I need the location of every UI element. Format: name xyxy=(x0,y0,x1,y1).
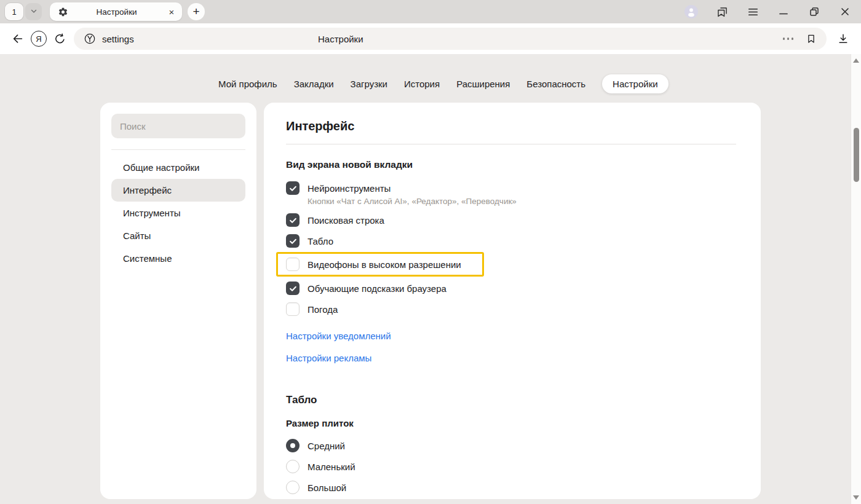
checkbox-sublabel: Кнопки «Чат с Алисой AI», «Редактор», «П… xyxy=(308,197,736,206)
tab-panels-icon[interactable] xyxy=(715,4,729,19)
tab-group-label: 1 xyxy=(12,7,16,17)
browser-tab-settings[interactable]: Настройки × xyxy=(50,2,182,21)
address-toolbar: Я settings Настройки xyxy=(0,23,861,54)
new-tab-button[interactable]: + xyxy=(188,3,205,20)
nav-tab-history[interactable]: История xyxy=(404,74,440,93)
tile-size-subheading: Размер плиток xyxy=(286,418,736,428)
tableau-section-heading: Табло xyxy=(286,394,736,406)
scroll-down-arrow-icon[interactable] xyxy=(853,495,859,500)
checkbox-weather[interactable] xyxy=(286,302,300,316)
radio-large[interactable] xyxy=(286,481,300,494)
minimize-button[interactable] xyxy=(777,4,790,19)
checkbox-row-weather: Погода xyxy=(286,299,736,320)
radio-label: Большой xyxy=(308,482,346,493)
checkbox-row-videobg: Видеофоны в высоком разрешении xyxy=(286,254,476,275)
address-bar[interactable]: settings Настройки xyxy=(74,28,827,50)
scrollbar-thumb[interactable] xyxy=(854,128,859,182)
site-scheme-icon xyxy=(84,33,96,45)
sidebar-item-sites[interactable]: Сайты xyxy=(111,224,245,247)
new-tab-section-heading: Вид экрана новой вкладки xyxy=(286,159,736,170)
nav-tab-security[interactable]: Безопасность xyxy=(526,74,585,93)
page-title: Настройки xyxy=(318,34,363,44)
tab-bar: 1 Настройки × + xyxy=(0,0,861,23)
highlight-box: Видеофоны в высоком разрешении xyxy=(276,252,484,277)
settings-nav: Мой профиль Закладки Загрузки История Ра… xyxy=(218,74,669,93)
tile-size-radios: Средний Маленький Большой xyxy=(286,435,736,498)
checkbox-searchbar[interactable] xyxy=(286,213,300,227)
yandex-logo-icon: Я xyxy=(31,31,47,47)
nav-tab-bookmarks[interactable]: Закладки xyxy=(294,74,334,93)
checkbox-hints[interactable] xyxy=(286,282,300,295)
profile-avatar[interactable] xyxy=(684,4,698,19)
close-window-button[interactable] xyxy=(838,4,852,19)
sidebar-item-interface[interactable]: Интерфейс xyxy=(111,179,245,202)
checkbox-label: Нейроинструменты xyxy=(308,183,391,194)
sidebar-item-system[interactable]: Системные xyxy=(111,247,245,270)
radio-label: Маленький xyxy=(308,462,355,472)
downloads-button[interactable] xyxy=(833,28,854,49)
checkbox-label: Табло xyxy=(308,236,333,246)
nav-tab-profile[interactable]: Мой профиль xyxy=(218,74,277,93)
checkbox-label: Погода xyxy=(308,304,338,315)
nav-tab-extensions[interactable]: Расширения xyxy=(456,74,510,93)
nav-tab-settings[interactable]: Настройки xyxy=(602,74,669,93)
checkbox-label: Поисковая строка xyxy=(308,215,384,226)
content-divider xyxy=(286,144,736,144)
tab-group-expand-button[interactable] xyxy=(25,3,42,20)
reload-button[interactable] xyxy=(49,28,70,49)
restore-button[interactable] xyxy=(807,4,821,19)
radio-medium[interactable] xyxy=(286,439,300,452)
checkbox-row-neurotools: Нейроинструменты xyxy=(286,178,736,199)
checkbox-videobg[interactable] xyxy=(286,258,300,271)
section-title: Интерфейс xyxy=(286,119,736,133)
notifications-settings-link[interactable]: Настройки уведомлений xyxy=(286,331,391,341)
more-actions-icon[interactable] xyxy=(783,37,794,40)
browser-window: 1 Настройки × + xyxy=(0,0,861,504)
gear-icon xyxy=(58,7,68,17)
window-controls xyxy=(684,4,861,19)
checkbox-row-hints: Обучающие подсказки браузера xyxy=(286,278,736,299)
sidebar-item-general[interactable]: Общие настройки xyxy=(111,156,245,179)
checkbox-neurotools[interactable] xyxy=(286,181,300,195)
addressbar-actions xyxy=(783,33,817,44)
radio-row-small: Маленький xyxy=(286,456,736,477)
radio-row-medium: Средний xyxy=(286,435,736,456)
back-button[interactable] xyxy=(7,28,28,49)
links-block: Настройки уведомлений Настройки рекламы xyxy=(286,331,736,363)
ads-settings-link[interactable]: Настройки рекламы xyxy=(286,353,371,363)
menu-icon[interactable] xyxy=(746,4,760,19)
tab-group-button[interactable]: 1 xyxy=(5,3,23,20)
tab-title: Настройки xyxy=(68,7,165,17)
checkbox-label: Обучающие подсказки браузера xyxy=(308,283,446,294)
sidebar-divider xyxy=(111,149,245,150)
scroll-up-arrow-icon[interactable] xyxy=(853,58,859,63)
yandex-logo-button[interactable]: Я xyxy=(28,28,49,49)
radio-row-large: Большой xyxy=(286,477,736,498)
settings-sidebar: Общие настройки Интерфейс Инструменты Са… xyxy=(100,103,256,499)
bookmark-icon[interactable] xyxy=(806,33,817,44)
radio-small[interactable] xyxy=(286,460,300,473)
nav-tab-downloads[interactable]: Загрузки xyxy=(351,74,387,93)
checkbox-tableau[interactable] xyxy=(286,234,300,248)
tab-close-button[interactable]: × xyxy=(165,5,178,18)
checkbox-row-searchbar: Поисковая строка xyxy=(286,210,736,230)
chevron-down-icon xyxy=(30,7,38,17)
checkbox-label: Видеофоны в высоком разрешении xyxy=(308,259,461,270)
radio-label: Средний xyxy=(308,441,345,451)
settings-content: Интерфейс Вид экрана новой вкладки Нейро… xyxy=(264,103,761,499)
page-scrollbar[interactable] xyxy=(851,54,861,504)
search-input[interactable] xyxy=(111,114,245,138)
sidebar-item-tools[interactable]: Инструменты xyxy=(111,202,245,224)
url-text: settings xyxy=(102,34,134,44)
checkbox-row-tableau: Табло xyxy=(286,230,736,251)
